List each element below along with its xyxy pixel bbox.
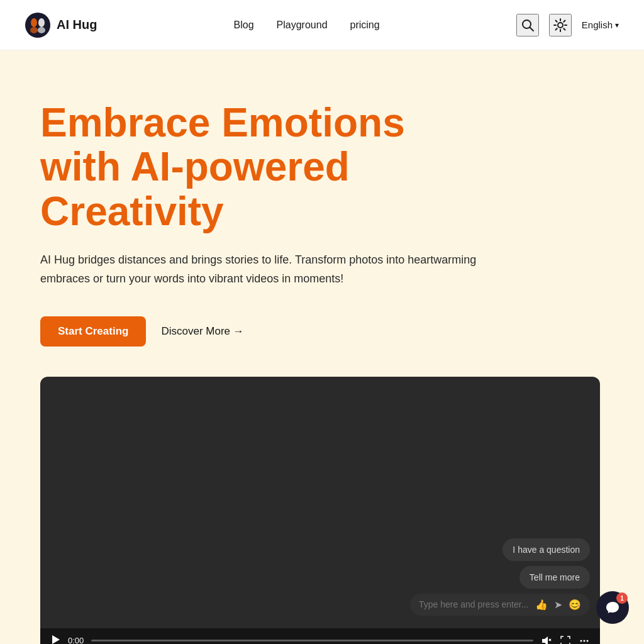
chat-badge: 1	[616, 592, 628, 604]
video-player[interactable]: I have a question Tell me more 👍 ➤ 😊 0:0…	[40, 377, 600, 644]
fullscreen-icon	[560, 635, 571, 644]
hero-title: Embrace Emotions with AI-powered Creativ…	[40, 101, 493, 233]
chat-send-button[interactable]: ➤	[554, 599, 562, 611]
chat-thumbsup-button[interactable]: 👍	[535, 599, 548, 611]
header: AI Hug Blog Playground pricing	[0, 0, 644, 50]
hero-subtitle: AI Hug bridges distances and brings stor…	[40, 251, 493, 288]
fullscreen-button[interactable]	[560, 635, 571, 644]
chat-input-area[interactable]: 👍 ➤ 😊	[410, 594, 590, 616]
start-creating-button[interactable]: Start Creating	[40, 316, 146, 347]
chat-emoji-button[interactable]: 😊	[569, 599, 581, 611]
chevron-down-icon: ▾	[615, 21, 619, 30]
svg-line-6	[530, 27, 533, 31]
chat-overlay: I have a question Tell me more 👍 ➤ 😊	[410, 538, 590, 616]
svg-line-13	[564, 28, 565, 30]
search-icon	[521, 18, 535, 32]
svg-point-1	[31, 18, 37, 27]
svg-point-22	[587, 640, 589, 641]
svg-line-12	[555, 20, 557, 21]
video-controls: 0:00	[40, 628, 600, 644]
svg-point-7	[558, 23, 563, 28]
nav-blog[interactable]: Blog	[234, 19, 254, 31]
chat-widget-button[interactable]: 1	[596, 591, 629, 624]
chat-input[interactable]	[419, 599, 529, 609]
more-icon	[579, 635, 590, 644]
mute-button[interactable]	[541, 635, 552, 644]
chat-bubble-2: Tell me more	[519, 566, 590, 589]
theme-toggle-button[interactable]	[549, 14, 572, 36]
logo-icon	[25, 13, 50, 38]
nav-playground[interactable]: Playground	[277, 19, 328, 31]
sun-icon	[553, 18, 567, 32]
svg-point-0	[25, 13, 50, 38]
progress-bar[interactable]	[91, 640, 533, 641]
svg-point-4	[38, 27, 45, 33]
svg-point-21	[584, 640, 586, 641]
svg-point-3	[30, 27, 38, 33]
svg-marker-16	[52, 635, 60, 644]
language-label: English	[582, 19, 613, 30]
more-options-button[interactable]	[579, 635, 590, 644]
play-button[interactable]	[50, 635, 60, 644]
language-selector[interactable]: English ▾	[582, 19, 619, 30]
svg-line-14	[564, 20, 565, 21]
logo-area[interactable]: AI Hug	[25, 13, 97, 38]
discover-more-button[interactable]: Discover More →	[161, 325, 243, 338]
svg-point-2	[38, 18, 45, 27]
svg-point-20	[580, 640, 582, 641]
svg-marker-17	[542, 636, 548, 644]
hero-section: Embrace Emotions with AI-powered Creativ…	[0, 50, 644, 644]
svg-line-15	[555, 28, 557, 30]
header-right: English ▾	[516, 14, 619, 36]
time-display: 0:00	[68, 636, 84, 644]
play-icon	[50, 635, 60, 644]
hero-buttons: Start Creating Discover More →	[40, 316, 604, 347]
search-button[interactable]	[516, 14, 539, 36]
main-nav: Blog Playground pricing	[234, 19, 380, 31]
logo-text: AI Hug	[57, 18, 97, 32]
nav-pricing[interactable]: pricing	[350, 19, 380, 31]
mute-icon	[541, 635, 552, 644]
chat-bubble-1: I have a question	[502, 538, 590, 561]
